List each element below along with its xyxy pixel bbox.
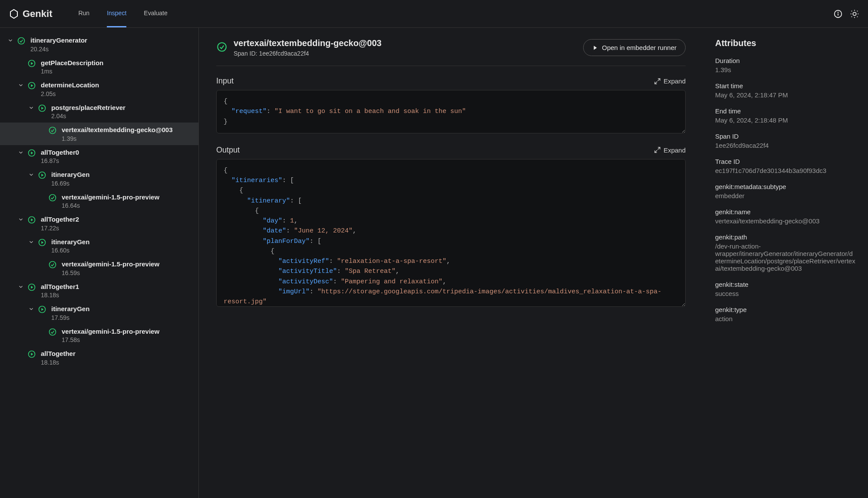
attribute-value: May 6, 2024, 2:18:47 PM — [715, 91, 856, 99]
input-label: Input — [216, 76, 654, 86]
svg-line-12 — [851, 16, 852, 17]
status-success-icon — [216, 41, 228, 54]
svg-marker-16 — [31, 62, 33, 65]
status-run-icon — [27, 349, 36, 359]
tree-row-label: allTogether2 — [41, 215, 79, 224]
svg-point-5 — [853, 12, 856, 15]
svg-line-41 — [658, 79, 660, 81]
tree-row-duration: 1.39s — [62, 135, 173, 142]
status-run-icon — [27, 282, 36, 292]
tree-row-gemini1[interactable]: vertexai/gemini-1.5-pro-preview17.58s — [0, 324, 198, 347]
chevron-down-icon[interactable] — [17, 81, 25, 90]
tree-row-determineLocation[interactable]: determineLocation2.05s — [0, 78, 198, 100]
tree-row-duration: 16.60s — [51, 247, 89, 254]
attributes-panel: Attributes Duration1.39sStart timeMay 6,… — [703, 28, 868, 498]
detail-title: vertexai/textembedding-gecko@003 — [234, 38, 577, 48]
tree-row-duration: 17.59s — [51, 314, 89, 321]
status-run-icon — [27, 81, 36, 90]
open-in-runner-label: Open in embedder runner — [602, 44, 677, 51]
span-tree-sidebar[interactable]: itineraryGenerator20.24sgetPlaceDescript… — [0, 28, 199, 498]
attribute-label: genkit:path — [715, 233, 856, 241]
theme-toggle-icon[interactable] — [850, 9, 859, 19]
tree-row-getPlaceDescription[interactable]: getPlaceDescription1ms — [0, 56, 198, 78]
tab-inspect[interactable]: Inspect — [107, 0, 126, 27]
svg-line-42 — [655, 81, 657, 83]
attribute-row: End timeMay 6, 2024, 2:18:48 PM — [715, 107, 856, 124]
svg-marker-38 — [31, 353, 33, 356]
tree-row-gemini0[interactable]: vertexai/gemini-1.5-pro-preview16.64s — [0, 190, 198, 212]
tree-row-textembedding[interactable]: vertexai/textembedding-gecko@0031.39s — [0, 123, 198, 145]
expand-output-button[interactable]: Expand — [654, 146, 686, 154]
chevron-down-icon[interactable] — [17, 282, 25, 291]
chevron-down-icon[interactable] — [6, 36, 15, 45]
detail-span-id: Span ID: 1ee26fcd9aca22f4 — [234, 50, 577, 57]
expand-input-button[interactable]: Expand — [654, 77, 686, 85]
tree-row-allTogether[interactable]: allTogether18.18s — [0, 346, 198, 369]
attribute-label: Trace ID — [715, 158, 856, 165]
attribute-value: /dev-run-action-wrapper/itineraryGenerat… — [715, 242, 856, 272]
attribute-row: Span ID1ee26fcd9aca22f4 — [715, 133, 856, 149]
tree-row-allTogether1[interactable]: allTogether118.18s — [0, 279, 198, 302]
input-json-box[interactable]: { "request": "I want to go sit on a beac… — [216, 90, 686, 133]
attributes-heading: Attributes — [715, 38, 856, 48]
chevron-down-icon — [37, 193, 46, 202]
status-success-icon — [17, 36, 26, 46]
attribute-row: Duration1.39s — [715, 57, 856, 73]
output-label: Output — [216, 146, 654, 155]
tree-row-duration: 2.04s — [51, 113, 125, 120]
attribute-value: success — [715, 290, 856, 297]
chevron-down-icon — [37, 126, 46, 134]
chevron-down-icon[interactable] — [17, 215, 25, 224]
svg-line-44 — [655, 150, 657, 153]
tab-run[interactable]: Run — [78, 0, 89, 27]
attribute-value: May 6, 2024, 2:18:48 PM — [715, 116, 856, 124]
status-run-icon — [37, 170, 47, 180]
svg-marker-25 — [41, 174, 43, 177]
chevron-down-icon[interactable] — [27, 103, 36, 112]
tree-row-placeRetriever[interactable]: postgres/placeRetriever2.04s — [0, 100, 198, 123]
tree-row-allTogether0[interactable]: allTogether016.87s — [0, 145, 198, 168]
tree-row-itineraryGen1[interactable]: itineraryGen17.59s — [0, 302, 198, 324]
topbar: Genkit Run Inspect Evaluate — [0, 0, 868, 28]
svg-line-13 — [857, 10, 858, 11]
tree-row-gemini2[interactable]: vertexai/gemini-1.5-pro-preview16.59s — [0, 257, 198, 279]
chevron-down-icon[interactable] — [27, 305, 36, 313]
tree-row-duration: 16.69s — [51, 180, 89, 187]
chevron-down-icon[interactable] — [27, 238, 36, 246]
tree-row-label: allTogether — [41, 349, 76, 358]
output-json-box[interactable]: { "itineraries": [ { "itinerary": [ { "d… — [216, 159, 686, 307]
expand-output-label: Expand — [663, 146, 686, 154]
attribute-row: genkit:namevertexai/textembedding-gecko@… — [715, 208, 856, 225]
chevron-down-icon — [17, 59, 25, 67]
expand-input-label: Expand — [663, 77, 686, 85]
chevron-down-icon[interactable] — [27, 170, 36, 179]
attribute-value: ec197f1c706d7de301344b3a90f93dc3 — [715, 167, 856, 174]
attribute-row: genkit:metadata:subtypeembedder — [715, 183, 856, 199]
tree-row-itineraryGenerator[interactable]: itineraryGenerator20.24s — [0, 33, 198, 56]
attribute-label: genkit:name — [715, 208, 856, 216]
info-icon[interactable] — [833, 9, 843, 19]
tree-row-itineraryGen2[interactable]: itineraryGen16.60s — [0, 235, 198, 257]
svg-marker-30 — [41, 241, 43, 244]
svg-point-14 — [18, 38, 25, 44]
genkit-logo-icon — [9, 9, 19, 19]
tree-row-allTogether2[interactable]: allTogether217.22s — [0, 212, 198, 235]
status-run-icon — [37, 103, 47, 113]
output-section-header: Output Expand — [216, 146, 686, 155]
play-icon — [592, 45, 598, 51]
svg-line-43 — [658, 147, 660, 149]
main-area: vertexai/textembedding-gecko@003 Span ID… — [199, 28, 868, 498]
open-in-runner-button[interactable]: Open in embedder runner — [583, 39, 686, 56]
chevron-down-icon — [17, 349, 25, 358]
tree-row-duration: 17.58s — [62, 336, 159, 343]
attribute-value: 1ee26fcd9aca22f4 — [715, 142, 856, 149]
svg-marker-20 — [41, 106, 43, 110]
tab-evaluate[interactable]: Evaluate — [144, 0, 170, 27]
tree-row-itineraryGen0[interactable]: itineraryGen16.69s — [0, 167, 198, 190]
svg-marker-35 — [41, 308, 43, 311]
chevron-down-icon[interactable] — [17, 148, 25, 157]
svg-point-4 — [838, 12, 838, 12]
tree-row-label: getPlaceDescription — [41, 59, 103, 67]
status-success-icon — [48, 193, 57, 203]
attribute-label: genkit:type — [715, 306, 856, 313]
